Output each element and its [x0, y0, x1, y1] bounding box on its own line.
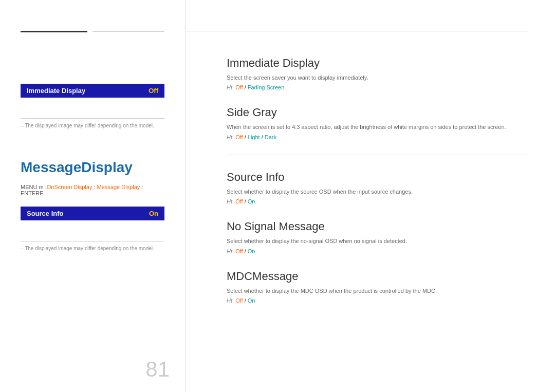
- right-divider-1: [227, 155, 529, 155]
- right-no-signal-option: Ht Off / On: [227, 248, 529, 254]
- ht-label-5: Ht: [227, 297, 232, 304]
- light-option: Light: [248, 134, 260, 140]
- immediate-display-bar[interactable]: Immediate Display Off: [21, 84, 164, 98]
- no-signal-off-option: Off: [235, 248, 243, 254]
- right-mdc-message-desc: Select whether to display the MDC OSD wh…: [227, 287, 529, 295]
- menu-path-prefix: MENU m :: [21, 184, 47, 190]
- right-mdc-message-option: Ht Off / On: [227, 297, 529, 304]
- message-display-title: MessageDisplay: [21, 159, 164, 176]
- right-mdc-message-title: MDCMessage: [227, 270, 529, 283]
- ht-label-3: Ht: [227, 198, 232, 204]
- dark-line: [21, 31, 87, 32]
- right-source-info: Source Info Select whether to display th…: [227, 171, 529, 204]
- right-no-signal-title: No Signal Message: [227, 220, 529, 233]
- right-no-signal-desc: Select whether to display the no-signal …: [227, 237, 529, 245]
- right-top-line: [186, 31, 529, 31]
- sep4: /: [243, 248, 248, 254]
- menu-path: MENU m :OnScreen Display : Message Displ…: [21, 184, 164, 196]
- ht-label-4: Ht: [227, 248, 232, 254]
- no-signal-on-option: On: [248, 248, 255, 254]
- mdc-on-option: On: [248, 297, 255, 304]
- immediate-display-label: Immediate Display: [27, 87, 85, 95]
- fading-screen-option: Fading Screen: [248, 84, 285, 90]
- ht-label-1: Ht: [227, 84, 232, 90]
- source-info-value: On: [149, 210, 158, 217]
- right-side-gray-desc: When the screen is set to 4:3 aspect rat…: [227, 123, 529, 131]
- section2-note: – The displayed image may differ dependi…: [21, 246, 164, 251]
- sep2a: /: [243, 134, 248, 140]
- source-info-on-option: On: [248, 198, 255, 204]
- right-source-info-title: Source Info: [227, 171, 529, 184]
- sep3: /: [243, 198, 248, 204]
- right-source-info-option: Ht Off / On: [227, 198, 529, 204]
- section-immediate-display: Immediate Display Off – The displayed im…: [21, 84, 164, 128]
- right-source-info-desc: Select whether to display the source OSD…: [227, 188, 529, 196]
- right-no-signal: No Signal Message Select whether to disp…: [227, 220, 529, 254]
- menu-path-sep1: :: [92, 184, 97, 190]
- section-message-display: MessageDisplay MENU m :OnScreen Display …: [21, 159, 164, 251]
- immediate-off-option: Off: [235, 84, 243, 90]
- source-info-label: Source Info: [27, 210, 64, 217]
- right-column: Immediate Display Select the screen save…: [185, 0, 555, 392]
- ht-label-2: Ht: [227, 134, 232, 140]
- right-immediate-display-title: Immediate Display: [227, 57, 529, 70]
- left-column: Immediate Display Off – The displayed im…: [0, 0, 185, 392]
- right-immediate-display-desc: Select the screen saver you want to disp…: [227, 74, 529, 82]
- right-side-gray-option: Ht Off / Light / Dark: [227, 134, 529, 140]
- right-mdc-message: MDCMessage Select whether to display the…: [227, 270, 529, 304]
- right-side-gray-title: Side Gray: [227, 106, 529, 119]
- source-info-bar[interactable]: Source Info On: [21, 207, 164, 220]
- right-immediate-display: Immediate Display Select the screen save…: [227, 57, 529, 90]
- sep1: /: [243, 84, 248, 90]
- immediate-display-value: Off: [149, 87, 158, 95]
- mdc-off-option: Off: [235, 297, 243, 304]
- right-immediate-display-option: Ht Off / Fading Screen: [227, 84, 529, 90]
- page-number: 81: [145, 357, 170, 382]
- top-decoration: [21, 31, 164, 32]
- right-side-gray: Side Gray When the screen is set to 4:3 …: [227, 106, 529, 140]
- section1-note: – The displayed image may differ dependi…: [21, 123, 164, 128]
- sep2b: /: [260, 134, 265, 140]
- message-display-link[interactable]: Message Display: [97, 184, 140, 190]
- sep5: /: [243, 297, 248, 304]
- section1-divider: [21, 118, 164, 119]
- light-line: [92, 31, 164, 32]
- source-info-off-option: Off: [235, 198, 243, 204]
- side-gray-off-option: Off: [235, 134, 243, 140]
- onscreen-display-link[interactable]: OnScreen Display: [47, 184, 92, 190]
- section2-divider: [21, 241, 164, 241]
- dark-option: Dark: [265, 134, 276, 140]
